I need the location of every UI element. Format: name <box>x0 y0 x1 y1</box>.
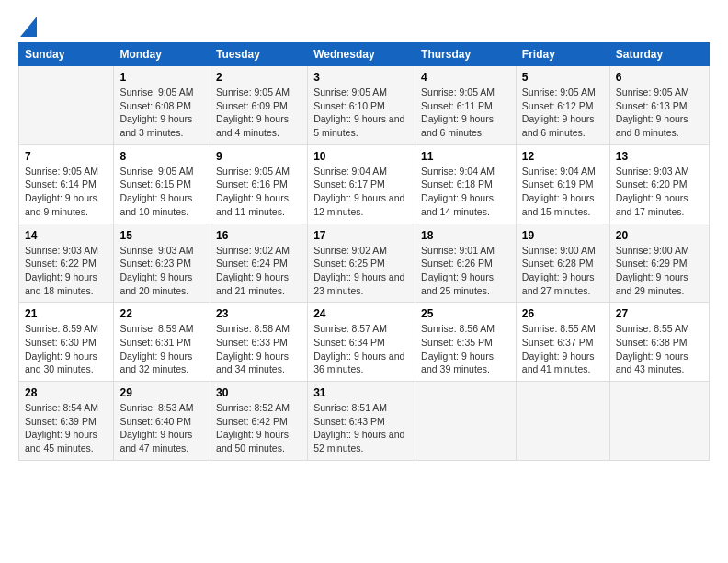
day-number: 24 <box>313 307 409 320</box>
day-number: 23 <box>216 307 301 320</box>
day-detail: Sunrise: 9:04 AMSunset: 6:18 PMDaylight:… <box>421 165 510 219</box>
calendar-cell: 25Sunrise: 8:56 AMSunset: 6:35 PMDayligh… <box>415 303 517 382</box>
day-number: 28 <box>25 386 108 399</box>
day-detail: Sunrise: 8:59 AMSunset: 6:31 PMDaylight:… <box>119 322 204 376</box>
day-number: 6 <box>616 71 703 84</box>
day-number: 2 <box>216 71 301 84</box>
calendar-cell: 26Sunrise: 8:55 AMSunset: 6:37 PMDayligh… <box>516 303 609 382</box>
day-number: 10 <box>313 150 409 163</box>
calendar-cell: 30Sunrise: 8:52 AMSunset: 6:42 PMDayligh… <box>210 382 308 461</box>
logo-icon <box>20 17 37 37</box>
page-container: SundayMondayTuesdayWednesdayThursdayFrid… <box>0 0 728 472</box>
day-detail: Sunrise: 8:55 AMSunset: 6:38 PMDaylight:… <box>616 322 703 376</box>
calendar-cell: 12Sunrise: 9:04 AMSunset: 6:19 PMDayligh… <box>516 144 609 224</box>
calendar-cell: 6Sunrise: 9:05 AMSunset: 6:13 PMDaylight… <box>609 66 709 145</box>
calendar-cell <box>415 382 517 461</box>
calendar-table: SundayMondayTuesdayWednesdayThursdayFrid… <box>18 42 710 461</box>
calendar-cell <box>19 66 114 145</box>
day-number: 17 <box>313 229 409 242</box>
calendar-cell: 22Sunrise: 8:59 AMSunset: 6:31 PMDayligh… <box>114 303 210 382</box>
week-row-1: 7Sunrise: 9:05 AMSunset: 6:14 PMDaylight… <box>19 144 710 224</box>
day-detail: Sunrise: 9:03 AMSunset: 6:22 PMDaylight:… <box>25 244 108 298</box>
day-detail: Sunrise: 9:01 AMSunset: 6:26 PMDaylight:… <box>421 244 510 298</box>
calendar-cell <box>516 382 609 461</box>
day-number: 27 <box>616 307 703 320</box>
calendar-cell: 28Sunrise: 8:54 AMSunset: 6:39 PMDayligh… <box>19 382 114 461</box>
day-number: 1 <box>119 71 204 84</box>
day-detail: Sunrise: 8:52 AMSunset: 6:42 PMDaylight:… <box>216 401 301 455</box>
week-row-3: 21Sunrise: 8:59 AMSunset: 6:30 PMDayligh… <box>19 303 710 382</box>
header-wednesday: Wednesday <box>308 43 415 66</box>
calendar-cell: 24Sunrise: 8:57 AMSunset: 6:34 PMDayligh… <box>308 303 415 382</box>
day-number: 5 <box>522 71 604 84</box>
calendar-cell: 13Sunrise: 9:03 AMSunset: 6:20 PMDayligh… <box>609 144 709 224</box>
day-detail: Sunrise: 9:05 AMSunset: 6:14 PMDaylight:… <box>25 165 108 219</box>
calendar-cell: 29Sunrise: 8:53 AMSunset: 6:40 PMDayligh… <box>114 382 210 461</box>
day-number: 14 <box>25 229 108 242</box>
header-tuesday: Tuesday <box>210 43 308 66</box>
calendar-cell: 17Sunrise: 9:02 AMSunset: 6:25 PMDayligh… <box>308 224 415 303</box>
day-detail: Sunrise: 8:57 AMSunset: 6:34 PMDaylight:… <box>313 322 409 376</box>
day-detail: Sunrise: 8:56 AMSunset: 6:35 PMDaylight:… <box>421 322 510 376</box>
calendar-cell: 19Sunrise: 9:00 AMSunset: 6:28 PMDayligh… <box>516 224 609 303</box>
day-detail: Sunrise: 9:04 AMSunset: 6:17 PMDaylight:… <box>313 165 409 219</box>
day-number: 21 <box>25 307 108 320</box>
day-number: 3 <box>313 71 409 84</box>
day-number: 9 <box>216 150 301 163</box>
day-detail: Sunrise: 8:51 AMSunset: 6:43 PMDaylight:… <box>313 401 409 455</box>
day-detail: Sunrise: 9:05 AMSunset: 6:15 PMDaylight:… <box>119 165 204 219</box>
day-detail: Sunrise: 9:05 AMSunset: 6:12 PMDaylight:… <box>522 86 604 140</box>
calendar-cell: 7Sunrise: 9:05 AMSunset: 6:14 PMDaylight… <box>19 144 114 224</box>
day-detail: Sunrise: 9:05 AMSunset: 6:13 PMDaylight:… <box>616 86 703 140</box>
day-detail: Sunrise: 9:05 AMSunset: 6:16 PMDaylight:… <box>216 165 301 219</box>
day-detail: Sunrise: 8:59 AMSunset: 6:30 PMDaylight:… <box>25 322 108 376</box>
calendar-cell: 8Sunrise: 9:05 AMSunset: 6:15 PMDaylight… <box>114 144 210 224</box>
logo <box>18 17 37 33</box>
day-detail: Sunrise: 9:05 AMSunset: 6:09 PMDaylight:… <box>216 86 301 140</box>
day-detail: Sunrise: 9:03 AMSunset: 6:20 PMDaylight:… <box>616 165 703 219</box>
calendar-cell: 9Sunrise: 9:05 AMSunset: 6:16 PMDaylight… <box>210 144 308 224</box>
day-detail: Sunrise: 9:00 AMSunset: 6:28 PMDaylight:… <box>522 244 604 298</box>
day-number: 8 <box>119 150 204 163</box>
day-detail: Sunrise: 8:53 AMSunset: 6:40 PMDaylight:… <box>119 401 204 455</box>
day-detail: Sunrise: 9:05 AMSunset: 6:08 PMDaylight:… <box>119 86 204 140</box>
day-number: 15 <box>119 229 204 242</box>
day-number: 11 <box>421 150 510 163</box>
day-number: 18 <box>421 229 510 242</box>
calendar-cell: 5Sunrise: 9:05 AMSunset: 6:12 PMDaylight… <box>516 66 609 145</box>
calendar-cell: 18Sunrise: 9:01 AMSunset: 6:26 PMDayligh… <box>415 224 517 303</box>
calendar-cell: 31Sunrise: 8:51 AMSunset: 6:43 PMDayligh… <box>308 382 415 461</box>
calendar-cell: 27Sunrise: 8:55 AMSunset: 6:38 PMDayligh… <box>609 303 709 382</box>
day-detail: Sunrise: 8:55 AMSunset: 6:37 PMDaylight:… <box>522 322 604 376</box>
svg-marker-0 <box>20 17 37 37</box>
day-number: 29 <box>119 386 204 399</box>
header <box>18 17 710 33</box>
day-detail: Sunrise: 9:05 AMSunset: 6:10 PMDaylight:… <box>313 86 409 140</box>
day-number: 22 <box>119 307 204 320</box>
calendar-cell: 20Sunrise: 9:00 AMSunset: 6:29 PMDayligh… <box>609 224 709 303</box>
day-detail: Sunrise: 8:58 AMSunset: 6:33 PMDaylight:… <box>216 322 301 376</box>
calendar-cell: 11Sunrise: 9:04 AMSunset: 6:18 PMDayligh… <box>415 144 517 224</box>
day-number: 7 <box>25 150 108 163</box>
day-detail: Sunrise: 9:00 AMSunset: 6:29 PMDaylight:… <box>616 244 703 298</box>
header-friday: Friday <box>516 43 609 66</box>
calendar-cell: 10Sunrise: 9:04 AMSunset: 6:17 PMDayligh… <box>308 144 415 224</box>
day-number: 20 <box>616 229 703 242</box>
day-detail: Sunrise: 9:03 AMSunset: 6:23 PMDaylight:… <box>119 244 204 298</box>
header-thursday: Thursday <box>415 43 517 66</box>
header-saturday: Saturday <box>609 43 709 66</box>
header-monday: Monday <box>114 43 210 66</box>
calendar-cell: 4Sunrise: 9:05 AMSunset: 6:11 PMDaylight… <box>415 66 517 145</box>
day-number: 16 <box>216 229 301 242</box>
header-sunday: Sunday <box>19 43 114 66</box>
day-detail: Sunrise: 9:05 AMSunset: 6:11 PMDaylight:… <box>421 86 510 140</box>
day-number: 13 <box>616 150 703 163</box>
day-detail: Sunrise: 8:54 AMSunset: 6:39 PMDaylight:… <box>25 401 108 455</box>
calendar-header-row: SundayMondayTuesdayWednesdayThursdayFrid… <box>19 43 710 66</box>
calendar-cell <box>609 382 709 461</box>
day-number: 30 <box>216 386 301 399</box>
calendar-cell: 2Sunrise: 9:05 AMSunset: 6:09 PMDaylight… <box>210 66 308 145</box>
calendar-cell: 21Sunrise: 8:59 AMSunset: 6:30 PMDayligh… <box>19 303 114 382</box>
calendar-cell: 15Sunrise: 9:03 AMSunset: 6:23 PMDayligh… <box>114 224 210 303</box>
calendar-cell: 3Sunrise: 9:05 AMSunset: 6:10 PMDaylight… <box>308 66 415 145</box>
